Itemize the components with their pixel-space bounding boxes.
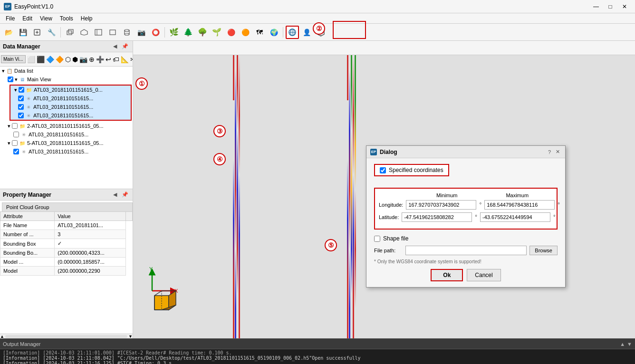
tree-mainview-check[interactable] (8, 77, 13, 82)
output-scroll-up[interactable]: ▲ (620, 341, 625, 347)
tree-atl1-2-check[interactable] (18, 104, 24, 110)
tb2-angle[interactable]: 📐 (120, 54, 129, 65)
tb-circle[interactable]: ⭕ (149, 26, 162, 39)
dm-collapse-btn[interactable]: ◀ (112, 43, 118, 50)
longitude-min-input[interactable] (406, 200, 476, 210)
tb2-cube4[interactable]: 🔶 (55, 54, 64, 65)
tree-atl1[interactable]: ▾ 📁 ATL03_20181101151615_0... (10, 86, 131, 94)
pm-collapse-btn[interactable]: ◀ (112, 191, 118, 198)
tree-atl3-1[interactable]: ✳ ATL03_2018110151615... (11, 147, 133, 156)
pm-scroll-up[interactable]: ▲ (0, 334, 4, 339)
tb-3d1[interactable] (63, 26, 77, 39)
tree-atl1-icon: 📁 (26, 86, 32, 93)
tree-atl3[interactable]: ▾ 📁 5-ATL03_20181101151615_05... (6, 139, 133, 147)
tb-3d2[interactable] (77, 26, 91, 39)
pm-val-model2: (200.000000,2290 (55, 267, 126, 276)
tb-orange[interactable]: 🟠 (239, 26, 252, 39)
app-title: EasyPoint:V1.0 (14, 3, 53, 10)
output-header: Output Manager ▲ ▼ (0, 339, 635, 349)
tb2-rotate[interactable]: ↩ (105, 54, 112, 65)
main-view-tab[interactable]: Main Vi... (1, 55, 26, 63)
pm-col-attr: Attribute (0, 212, 55, 221)
tree-mainview-icon: 🖥 (19, 76, 26, 83)
dialog-close-btn[interactable]: ✕ (554, 148, 561, 155)
tb-box[interactable] (106, 26, 119, 39)
close-button[interactable]: ✕ (618, 1, 631, 12)
tb2-cam[interactable]: 📷 (79, 54, 88, 65)
dm-pin-btn[interactable]: 📌 (120, 43, 130, 50)
filepath-input[interactable] (405, 246, 527, 255)
tree-atl2-1-check[interactable] (13, 132, 19, 137)
tb-save[interactable]: 💾 (16, 26, 29, 39)
tb2-cube3[interactable]: 🔷 (46, 54, 55, 65)
tb2-cube1[interactable]: ⬜ (27, 54, 36, 65)
tb-camera[interactable]: 📷 (135, 26, 148, 39)
pm-tab[interactable]: Point Cloud Group (2, 202, 133, 211)
shapefile-checkbox[interactable] (374, 236, 380, 242)
tb-cylinder[interactable] (120, 26, 134, 39)
menu-file[interactable]: File (2, 14, 19, 23)
tree-atl1-3-check[interactable] (18, 113, 24, 118)
tb-tree3[interactable]: 🌳 (196, 26, 209, 39)
tb-green-tree2[interactable]: 🌲 (182, 26, 195, 39)
tree-atl1-1-icon: ✳ (25, 95, 32, 102)
tb2-cut[interactable]: ✂ (130, 54, 133, 65)
svg-point-12 (125, 33, 129, 35)
pm-scroll-header (126, 212, 133, 221)
tb-profile[interactable] (92, 26, 105, 39)
tb-leaf[interactable]: 🌱 (210, 26, 223, 39)
tb-globe1[interactable]: 🌍 (267, 26, 280, 39)
property-table: Attribute Value File Name ATL03_20181101… (0, 211, 133, 276)
tree-mainview[interactable]: ▾ 🖥 Main View (6, 75, 133, 84)
tree-atl2-1[interactable]: ✳ ATL03_2018110151615... (11, 130, 133, 139)
pm-scroll-down[interactable]: ▼ (128, 334, 133, 339)
cancel-button[interactable]: Cancel (467, 269, 500, 281)
coords-header: Minimum Maximum (379, 192, 553, 198)
property-table-wrap: Attribute Value File Name ATL03_20181101… (0, 211, 133, 334)
specified-coords-checkbox[interactable] (380, 167, 386, 173)
dialog-help-btn[interactable]: ? (547, 148, 552, 155)
tree-atl2[interactable]: ▾ 📁 2-ATL03_20181101151615_05... (6, 122, 133, 130)
tb2-hex2[interactable]: ⬢ (72, 54, 78, 65)
tb-wrench[interactable]: 🔧 (45, 26, 58, 39)
tb-user[interactable]: 👤 (300, 26, 313, 39)
tb2-target[interactable]: ⊕ (88, 54, 95, 65)
tree-atl2-check[interactable] (12, 123, 18, 129)
tb2-cube2[interactable]: ⬛ (36, 54, 45, 65)
menu-edit[interactable]: Edit (19, 14, 36, 23)
tree-atl3-1-check[interactable] (13, 149, 19, 154)
tree-root[interactable]: ▾ 📋 Data list (0, 67, 133, 75)
ok-button[interactable]: Ok (431, 269, 463, 281)
pm-row-bbo: Bounding Bo... (200.000000,4323... (0, 249, 133, 258)
tb-green-tree1[interactable]: 🌿 (167, 26, 181, 39)
browse-button[interactable]: Browse (529, 246, 558, 255)
annotation-5: ⑤ (325, 239, 337, 251)
tb-globe-active[interactable] (286, 26, 299, 39)
tree-atl1-2[interactable]: ✳ ATL03_2018110151615... (16, 103, 131, 111)
tb-red[interactable]: 🔴 (224, 26, 238, 39)
output-scroll-down[interactable]: ▼ (627, 341, 632, 347)
latitude-min-input[interactable] (402, 212, 472, 222)
tree-atl1-1-check[interactable] (18, 96, 24, 101)
tb-map[interactable]: 🗺 (253, 26, 266, 39)
tree-atl1-check[interactable] (19, 87, 24, 93)
menu-help[interactable]: Help (77, 14, 96, 23)
tree-atl3-check[interactable] (12, 140, 18, 146)
menu-tools[interactable]: Tools (56, 14, 77, 23)
tb2-hex1[interactable]: ⬡ (65, 54, 71, 65)
menu-view[interactable]: View (36, 14, 56, 23)
maximize-button[interactable]: □ (604, 1, 617, 12)
tb2-tag[interactable]: 🏷 (112, 54, 120, 65)
tree-atl3-icon: 📁 (19, 140, 26, 146)
tb-open[interactable]: 📂 (2, 26, 15, 39)
tree-atl1-3[interactable]: ✳ ATL03_2018110151615... (16, 111, 131, 120)
minimize-button[interactable]: — (589, 1, 603, 12)
tb-settings[interactable] (30, 26, 44, 39)
longitude-max-input[interactable] (484, 200, 555, 210)
filepath-label: File path: (374, 248, 403, 253)
latitude-max-input[interactable] (480, 212, 550, 222)
pm-pin-btn[interactable]: 📌 (120, 191, 130, 198)
tree-atl1-1[interactable]: ✳ ATL03_2018110151615... (16, 94, 131, 103)
longitude-label: Longitude: (379, 202, 403, 208)
tb2-plus[interactable]: ➕ (96, 54, 105, 65)
